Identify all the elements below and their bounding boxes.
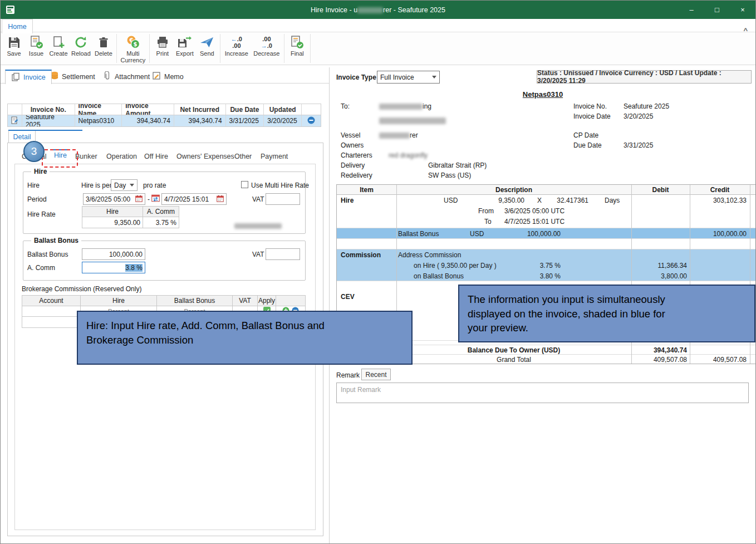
tab-settlement[interactable]: Settlement [51, 70, 95, 84]
invoice-pages-icon [11, 72, 20, 83]
col-due-date: Due Date [226, 104, 264, 115]
brokerage-title: Brokerage Commission (Reserved Only) [22, 285, 141, 293]
title-bar: Hire Invoice - urer - Seafuture 2025 – □… [1, 1, 755, 19]
delivery-label: Delivery [341, 161, 365, 169]
owners-label: Owners [341, 141, 364, 149]
hire-invoice-window: Hire Invoice - urer - Seafuture 2025 – □… [0, 0, 756, 544]
invoice-list-grid: Invoice No. Invoice Name Invoice Amount … [7, 104, 321, 127]
issue-button[interactable]: Issue [25, 34, 47, 57]
ribbon-toolbar: Save Issue Create Reload Delete €$ Multi… [1, 32, 755, 65]
send-button[interactable]: Send [196, 34, 218, 57]
decrease-decimal-button[interactable]: .00→.0 Decrease [251, 34, 282, 57]
tab-memo[interactable]: Memo [152, 70, 184, 84]
save-button[interactable]: Save [3, 34, 25, 57]
subtab-bunker[interactable]: Bunker [75, 153, 97, 160]
invoice-row-selected[interactable]: Seafuture 2025 Netpas0310 394,340.74 394… [8, 115, 321, 126]
balance-debit: 394,340.74 [631, 346, 687, 354]
invoice-doc-title: Netpas0310 [336, 90, 749, 99]
reload-button[interactable]: Reload [70, 34, 92, 57]
hire-days-unit: Days [605, 197, 620, 204]
grand-total-debit: 409,507.08 [631, 356, 687, 364]
status-badge: Status : Unissued / Invoice Currency : U… [537, 70, 752, 84]
delete-icon [97, 35, 110, 50]
redelivery-label: Redelivery [341, 171, 372, 179]
calendar-swap-icon[interactable] [151, 194, 160, 204]
ballast-bonus-group: Ballast Bonus [23, 241, 306, 281]
vessel-label: Vessel [341, 131, 360, 139]
delete-button[interactable]: Delete [92, 34, 115, 57]
hire-per-dropdown[interactable]: Day [111, 179, 138, 191]
ballast-amount: 100,000.00 [483, 230, 561, 238]
maximize-button[interactable]: □ [704, 1, 730, 19]
commission-on-ballast-debit: 3,800.00 [631, 272, 687, 280]
period-label: Period [27, 195, 47, 203]
collapse-ribbon-chevron[interactable]: ^ [743, 26, 748, 35]
close-button[interactable]: × [730, 1, 755, 19]
col-updated: Updated [264, 104, 302, 115]
hire-times: X [537, 197, 542, 204]
ph-credit: Credit [690, 186, 750, 194]
ballast-bonus-input[interactable]: 100,000.00 [82, 248, 145, 260]
period-dash: - [148, 195, 150, 203]
col-invoice-amount: Invoice Amount [122, 104, 174, 115]
cp-date-label: CP Date [573, 131, 598, 139]
period-to-input[interactable]: 4/7/2025 15:01 [161, 193, 227, 205]
use-multi-hire-rate-checkbox[interactable] [241, 181, 248, 188]
calendar-icon[interactable] [135, 195, 143, 204]
remove-invoice-icon[interactable] [307, 116, 315, 126]
brokerage-col-apply: Apply [258, 296, 276, 306]
redacted-title-text [357, 7, 383, 13]
chevron-down-icon [432, 76, 436, 79]
hire-rate-value[interactable]: 9,350.00 [82, 217, 143, 228]
minimize-button[interactable]: – [679, 1, 704, 19]
tab-home[interactable]: Home [2, 19, 33, 33]
increase-decimal-icon: ←.0.00 [231, 35, 242, 50]
cell-due-date: 3/31/2025 [226, 115, 264, 126]
commission-desc: Address Commission [398, 251, 461, 259]
acomm-input-focused[interactable]: 3.8 % [82, 262, 145, 273]
cev-item: CEV [341, 293, 355, 301]
preview-instruction-callout: The information you input is simultaneou… [458, 285, 755, 342]
redacted-address [379, 117, 446, 124]
hire-group-legend: Hire [31, 168, 50, 175]
subtab-operation[interactable]: Operation [106, 153, 137, 160]
hire-tab-highlight-box [42, 149, 78, 168]
create-button[interactable]: Create [47, 34, 70, 57]
brokerage-col-hire: Hire [81, 296, 157, 306]
hire-to-value: 4/7/2025 15:01 UTC [504, 218, 564, 226]
hire-vat-input[interactable] [266, 193, 300, 205]
hire-rate-table: Hire A. Comm 9,350.00 3.75 % [82, 206, 179, 228]
step-3-badge: 3 [23, 141, 45, 162]
tab-invoice[interactable]: Invoice [5, 70, 52, 84]
paperclip-icon [104, 71, 111, 82]
svg-text:$: $ [133, 41, 137, 47]
hire-rate-col-hire: Hire [82, 207, 143, 217]
recent-button[interactable]: Recent [361, 369, 391, 380]
brokerage-col-account: Account [22, 296, 81, 306]
subtab-payment[interactable]: Payment [261, 153, 288, 160]
calendar-icon[interactable] [217, 195, 224, 204]
ballast-vat-label: VAT [252, 251, 264, 258]
ballast-vat-input[interactable] [266, 248, 300, 260]
commission-on-hire: on Hire ( 9,350.00 per Day ) [414, 262, 497, 269]
send-icon [199, 35, 214, 50]
hire-from-value: 3/6/2025 05:00 UTC [504, 207, 564, 215]
hire-acomm-value[interactable]: 3.75 % [143, 217, 179, 228]
final-icon [290, 35, 304, 50]
export-button[interactable]: Export [174, 34, 196, 57]
subtab-owners-expenses[interactable]: Owners' Expenses [176, 153, 234, 160]
increase-decimal-button[interactable]: ←.0.00 Increase [222, 34, 251, 57]
subtab-off-hire[interactable]: Off Hire [144, 153, 168, 160]
period-from-input[interactable]: 3/6/2025 05:00 [83, 193, 145, 205]
print-button[interactable]: Print [151, 34, 174, 57]
tab-attachment[interactable]: Attachment [104, 70, 150, 84]
due-date-label: Due Date [573, 141, 602, 149]
subtab-other[interactable]: Other [234, 153, 252, 160]
cell-updated: 3/20/2025 [264, 115, 302, 126]
cell-invoice-amount: 394,340.74 [122, 115, 174, 126]
redacted-signature [234, 223, 282, 229]
final-button[interactable]: Final [286, 34, 308, 57]
remark-input[interactable] [336, 383, 749, 403]
invoice-type-dropdown[interactable]: Full Invoice [377, 71, 440, 84]
multi-currency-button[interactable]: €$ Multi Currency [119, 34, 148, 64]
